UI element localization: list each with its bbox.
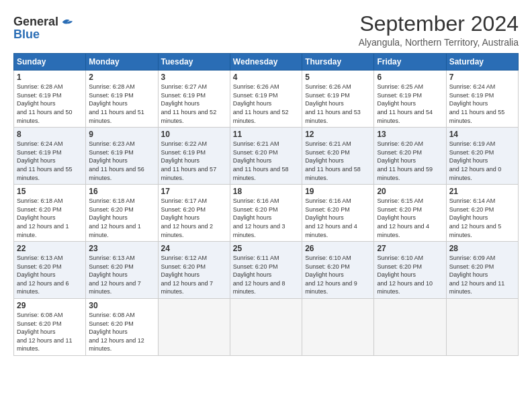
day-number: 21 — [449, 187, 515, 196]
table-cell: 18 Sunrise: 6:16 AMSunset: 6:20 PMDaylig… — [230, 185, 302, 242]
cell-text: Sunrise: 6:17 AMSunset: 6:20 PMDaylight … — [161, 197, 214, 238]
logo-general: General — [13, 15, 58, 29]
day-number: 28 — [449, 244, 515, 253]
table-cell: 11 Sunrise: 6:21 AMSunset: 6:20 PMDaylig… — [230, 128, 302, 185]
table-cell: 2 Sunrise: 6:28 AMSunset: 6:19 PMDayligh… — [86, 71, 158, 128]
table-cell — [374, 299, 446, 356]
cell-text: Sunrise: 6:20 AMSunset: 6:20 PMDaylight … — [377, 140, 433, 181]
day-number: 12 — [305, 130, 371, 139]
col-monday: Monday — [86, 54, 158, 71]
table-cell: 30 Sunrise: 6:08 AMSunset: 6:20 PMDaylig… — [86, 299, 158, 356]
table-cell — [230, 299, 302, 356]
day-number: 20 — [377, 187, 443, 196]
day-number: 13 — [377, 130, 443, 139]
subtitle: Alyangula, Northern Territory, Australia — [359, 37, 519, 48]
table-cell: 15 Sunrise: 6:18 AMSunset: 6:20 PMDaylig… — [14, 185, 86, 242]
table-cell: 13 Sunrise: 6:20 AMSunset: 6:20 PMDaylig… — [374, 128, 446, 185]
cell-text: Sunrise: 6:24 AMSunset: 6:19 PMDaylight … — [17, 140, 73, 181]
cell-text: Sunrise: 6:09 AMSunset: 6:20 PMDaylight … — [449, 255, 505, 295]
table-cell: 7 Sunrise: 6:24 AMSunset: 6:19 PMDayligh… — [446, 71, 518, 128]
day-number: 1 — [17, 73, 83, 82]
table-cell: 6 Sunrise: 6:25 AMSunset: 6:19 PMDayligh… — [374, 71, 446, 128]
table-cell: 12 Sunrise: 6:21 AMSunset: 6:20 PMDaylig… — [302, 128, 374, 185]
cell-text: Sunrise: 6:13 AMSunset: 6:20 PMDaylight … — [17, 255, 69, 295]
table-cell: 22 Sunrise: 6:13 AMSunset: 6:20 PMDaylig… — [14, 242, 86, 299]
cell-text: Sunrise: 6:18 AMSunset: 6:20 PMDaylight … — [17, 197, 69, 238]
day-number: 24 — [161, 244, 227, 253]
cell-text: Sunrise: 6:24 AMSunset: 6:19 PMDaylight … — [449, 83, 505, 124]
day-number: 22 — [17, 244, 83, 253]
table-cell: 9 Sunrise: 6:23 AMSunset: 6:19 PMDayligh… — [86, 128, 158, 185]
day-number: 9 — [89, 130, 154, 139]
cell-text: Sunrise: 6:14 AMSunset: 6:20 PMDaylight … — [449, 197, 502, 238]
table-cell — [446, 299, 518, 356]
table-cell: 29 Sunrise: 6:08 AMSunset: 6:20 PMDaylig… — [14, 299, 86, 356]
week-row-2: 8 Sunrise: 6:24 AMSunset: 6:19 PMDayligh… — [14, 128, 519, 185]
cell-text: Sunrise: 6:16 AMSunset: 6:20 PMDaylight … — [305, 197, 357, 238]
table-cell: 23 Sunrise: 6:13 AMSunset: 6:20 PMDaylig… — [86, 242, 158, 299]
table-cell — [302, 299, 374, 356]
cell-text: Sunrise: 6:28 AMSunset: 6:19 PMDaylight … — [89, 83, 144, 124]
day-number: 30 — [89, 301, 154, 310]
cell-text: Sunrise: 6:16 AMSunset: 6:20 PMDaylight … — [233, 197, 285, 238]
table-cell: 16 Sunrise: 6:18 AMSunset: 6:20 PMDaylig… — [86, 185, 158, 242]
table-cell: 20 Sunrise: 6:15 AMSunset: 6:20 PMDaylig… — [374, 185, 446, 242]
cell-text: Sunrise: 6:26 AMSunset: 6:19 PMDaylight … — [233, 83, 289, 124]
cell-text: Sunrise: 6:08 AMSunset: 6:20 PMDaylight … — [17, 312, 73, 352]
cell-text: Sunrise: 6:18 AMSunset: 6:20 PMDaylight … — [89, 197, 141, 238]
main-title: September 2024 — [359, 12, 519, 36]
page: General Blue September 2024 Alyangula, N… — [0, 0, 532, 411]
col-wednesday: Wednesday — [230, 54, 302, 71]
table-cell: 10 Sunrise: 6:22 AMSunset: 6:19 PMDaylig… — [158, 128, 230, 185]
week-row-3: 15 Sunrise: 6:18 AMSunset: 6:20 PMDaylig… — [14, 185, 519, 242]
day-number: 10 — [161, 130, 227, 139]
cell-text: Sunrise: 6:10 AMSunset: 6:20 PMDaylight … — [377, 255, 433, 295]
calendar-header-row: Sunday Monday Tuesday Wednesday Thursday… — [14, 54, 519, 71]
table-cell: 25 Sunrise: 6:11 AMSunset: 6:20 PMDaylig… — [230, 242, 302, 299]
col-friday: Friday — [374, 54, 446, 71]
day-number: 17 — [161, 187, 227, 196]
cell-text: Sunrise: 6:08 AMSunset: 6:20 PMDaylight … — [89, 312, 144, 352]
day-number: 4 — [233, 73, 299, 82]
table-cell: 21 Sunrise: 6:14 AMSunset: 6:20 PMDaylig… — [446, 185, 518, 242]
day-number: 7 — [449, 73, 515, 82]
table-cell: 19 Sunrise: 6:16 AMSunset: 6:20 PMDaylig… — [302, 185, 374, 242]
week-row-4: 22 Sunrise: 6:13 AMSunset: 6:20 PMDaylig… — [14, 242, 519, 299]
day-number: 16 — [89, 187, 154, 196]
logo-bird-icon — [60, 16, 75, 28]
logo-blue: Blue — [13, 28, 40, 42]
day-number: 25 — [233, 244, 299, 253]
day-number: 2 — [89, 73, 154, 82]
day-number: 26 — [305, 244, 371, 253]
day-number: 6 — [377, 73, 443, 82]
week-row-5: 29 Sunrise: 6:08 AMSunset: 6:20 PMDaylig… — [14, 299, 519, 356]
col-thursday: Thursday — [302, 54, 374, 71]
col-tuesday: Tuesday — [158, 54, 230, 71]
day-number: 19 — [305, 187, 371, 196]
day-number: 8 — [17, 130, 83, 139]
table-cell: 4 Sunrise: 6:26 AMSunset: 6:19 PMDayligh… — [230, 71, 302, 128]
table-cell: 26 Sunrise: 6:10 AMSunset: 6:20 PMDaylig… — [302, 242, 374, 299]
calendar: Sunday Monday Tuesday Wednesday Thursday… — [13, 53, 519, 356]
table-cell: 1 Sunrise: 6:28 AMSunset: 6:19 PMDayligh… — [14, 71, 86, 128]
table-cell: 5 Sunrise: 6:26 AMSunset: 6:19 PMDayligh… — [302, 71, 374, 128]
day-number: 14 — [449, 130, 515, 139]
table-cell — [158, 299, 230, 356]
day-number: 11 — [233, 130, 299, 139]
col-sunday: Sunday — [14, 54, 86, 71]
logo: General Blue — [13, 15, 76, 42]
cell-text: Sunrise: 6:12 AMSunset: 6:20 PMDaylight … — [161, 255, 214, 295]
table-cell: 3 Sunrise: 6:27 AMSunset: 6:19 PMDayligh… — [158, 71, 230, 128]
cell-text: Sunrise: 6:21 AMSunset: 6:20 PMDaylight … — [305, 140, 361, 181]
cell-text: Sunrise: 6:15 AMSunset: 6:20 PMDaylight … — [377, 197, 429, 238]
table-cell: 28 Sunrise: 6:09 AMSunset: 6:20 PMDaylig… — [446, 242, 518, 299]
cell-text: Sunrise: 6:11 AMSunset: 6:20 PMDaylight … — [233, 255, 285, 295]
cell-text: Sunrise: 6:28 AMSunset: 6:19 PMDaylight … — [17, 83, 73, 124]
cell-text: Sunrise: 6:26 AMSunset: 6:19 PMDaylight … — [305, 83, 361, 124]
table-cell: 14 Sunrise: 6:19 AMSunset: 6:20 PMDaylig… — [446, 128, 518, 185]
cell-text: Sunrise: 6:22 AMSunset: 6:19 PMDaylight … — [161, 140, 217, 181]
table-cell: 8 Sunrise: 6:24 AMSunset: 6:19 PMDayligh… — [14, 128, 86, 185]
table-cell: 17 Sunrise: 6:17 AMSunset: 6:20 PMDaylig… — [158, 185, 230, 242]
day-number: 5 — [305, 73, 371, 82]
title-block: September 2024 Alyangula, Northern Terri… — [359, 12, 519, 48]
